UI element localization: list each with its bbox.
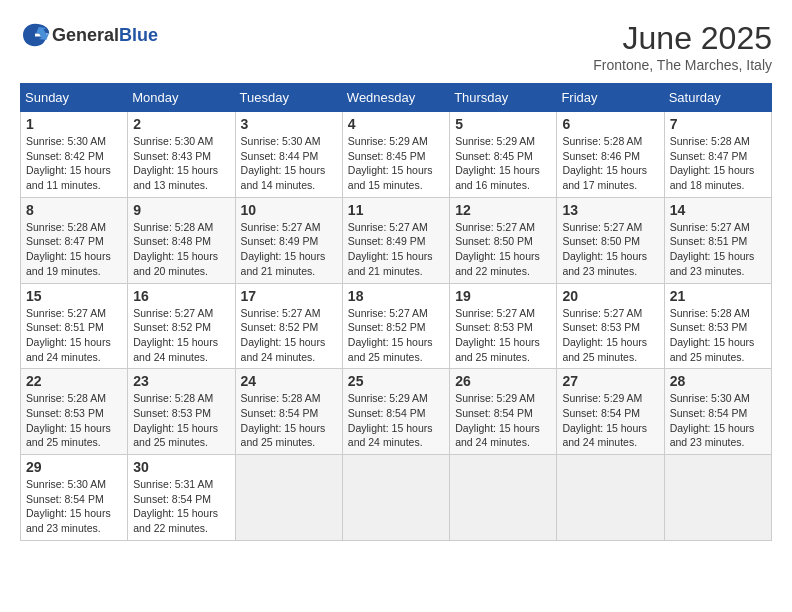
day-info-3: Sunrise: 5:30 AM Sunset: 8:44 PM Dayligh… (241, 134, 337, 193)
header-monday: Monday (128, 84, 235, 112)
day-info-4: Sunrise: 5:29 AM Sunset: 8:45 PM Dayligh… (348, 134, 444, 193)
header-tuesday: Tuesday (235, 84, 342, 112)
calendar-day-cell-w4-1: 23Sunrise: 5:28 AM Sunset: 8:53 PM Dayli… (128, 369, 235, 455)
day-number-11: 11 (348, 202, 444, 218)
calendar-day-cell-w2-6: 14Sunrise: 5:27 AM Sunset: 8:51 PM Dayli… (664, 197, 771, 283)
calendar-day-cell-w4-4: 26Sunrise: 5:29 AM Sunset: 8:54 PM Dayli… (450, 369, 557, 455)
calendar-day-cell-w3-1: 16Sunrise: 5:27 AM Sunset: 8:52 PM Dayli… (128, 283, 235, 369)
day-number-24: 24 (241, 373, 337, 389)
day-info-17: Sunrise: 5:27 AM Sunset: 8:52 PM Dayligh… (241, 306, 337, 365)
calendar-day-cell-w2-0: 8Sunrise: 5:28 AM Sunset: 8:47 PM Daylig… (21, 197, 128, 283)
day-number-18: 18 (348, 288, 444, 304)
calendar-day-cell-w4-0: 22Sunrise: 5:28 AM Sunset: 8:53 PM Dayli… (21, 369, 128, 455)
title-area: June 2025 Frontone, The Marches, Italy (593, 20, 772, 73)
calendar-day-cell-w2-2: 10Sunrise: 5:27 AM Sunset: 8:49 PM Dayli… (235, 197, 342, 283)
day-info-1: Sunrise: 5:30 AM Sunset: 8:42 PM Dayligh… (26, 134, 122, 193)
logo: GeneralBlue (20, 20, 158, 50)
day-info-5: Sunrise: 5:29 AM Sunset: 8:45 PM Dayligh… (455, 134, 551, 193)
calendar-day-cell-w4-5: 27Sunrise: 5:29 AM Sunset: 8:54 PM Dayli… (557, 369, 664, 455)
calendar-week-3: 15Sunrise: 5:27 AM Sunset: 8:51 PM Dayli… (21, 283, 772, 369)
header-thursday: Thursday (450, 84, 557, 112)
calendar-day-cell-w2-4: 12Sunrise: 5:27 AM Sunset: 8:50 PM Dayli… (450, 197, 557, 283)
day-info-29: Sunrise: 5:30 AM Sunset: 8:54 PM Dayligh… (26, 477, 122, 536)
day-info-20: Sunrise: 5:27 AM Sunset: 8:53 PM Dayligh… (562, 306, 658, 365)
calendar-day-cell-w5-6 (664, 455, 771, 541)
day-number-13: 13 (562, 202, 658, 218)
day-number-10: 10 (241, 202, 337, 218)
day-number-25: 25 (348, 373, 444, 389)
header-wednesday: Wednesday (342, 84, 449, 112)
day-number-2: 2 (133, 116, 229, 132)
day-number-19: 19 (455, 288, 551, 304)
day-info-8: Sunrise: 5:28 AM Sunset: 8:47 PM Dayligh… (26, 220, 122, 279)
day-number-15: 15 (26, 288, 122, 304)
calendar-week-5: 29Sunrise: 5:30 AM Sunset: 8:54 PM Dayli… (21, 455, 772, 541)
calendar-day-cell-w4-2: 24Sunrise: 5:28 AM Sunset: 8:54 PM Dayli… (235, 369, 342, 455)
day-info-12: Sunrise: 5:27 AM Sunset: 8:50 PM Dayligh… (455, 220, 551, 279)
day-number-21: 21 (670, 288, 766, 304)
day-info-28: Sunrise: 5:30 AM Sunset: 8:54 PM Dayligh… (670, 391, 766, 450)
calendar-day-4: 4Sunrise: 5:29 AM Sunset: 8:45 PM Daylig… (342, 112, 449, 198)
day-info-27: Sunrise: 5:29 AM Sunset: 8:54 PM Dayligh… (562, 391, 658, 450)
day-number-3: 3 (241, 116, 337, 132)
day-number-27: 27 (562, 373, 658, 389)
header-friday: Friday (557, 84, 664, 112)
calendar-day-cell-w3-6: 21Sunrise: 5:28 AM Sunset: 8:53 PM Dayli… (664, 283, 771, 369)
day-info-24: Sunrise: 5:28 AM Sunset: 8:54 PM Dayligh… (241, 391, 337, 450)
day-number-6: 6 (562, 116, 658, 132)
calendar-week-4: 22Sunrise: 5:28 AM Sunset: 8:53 PM Dayli… (21, 369, 772, 455)
calendar-day-cell-w5-0: 29Sunrise: 5:30 AM Sunset: 8:54 PM Dayli… (21, 455, 128, 541)
day-number-22: 22 (26, 373, 122, 389)
header-saturday: Saturday (664, 84, 771, 112)
location-subtitle: Frontone, The Marches, Italy (593, 57, 772, 73)
month-title: June 2025 (593, 20, 772, 57)
day-number-14: 14 (670, 202, 766, 218)
day-number-20: 20 (562, 288, 658, 304)
calendar-day-cell-w5-1: 30Sunrise: 5:31 AM Sunset: 8:54 PM Dayli… (128, 455, 235, 541)
calendar-day-cell-w3-0: 15Sunrise: 5:27 AM Sunset: 8:51 PM Dayli… (21, 283, 128, 369)
logo-text: GeneralBlue (52, 25, 158, 46)
day-info-11: Sunrise: 5:27 AM Sunset: 8:49 PM Dayligh… (348, 220, 444, 279)
day-info-30: Sunrise: 5:31 AM Sunset: 8:54 PM Dayligh… (133, 477, 229, 536)
calendar-day-cell-w3-4: 19Sunrise: 5:27 AM Sunset: 8:53 PM Dayli… (450, 283, 557, 369)
header-sunday: Sunday (21, 84, 128, 112)
calendar-day-cell-w2-1: 9Sunrise: 5:28 AM Sunset: 8:48 PM Daylig… (128, 197, 235, 283)
day-info-25: Sunrise: 5:29 AM Sunset: 8:54 PM Dayligh… (348, 391, 444, 450)
calendar-day-cell-w2-5: 13Sunrise: 5:27 AM Sunset: 8:50 PM Dayli… (557, 197, 664, 283)
day-info-13: Sunrise: 5:27 AM Sunset: 8:50 PM Dayligh… (562, 220, 658, 279)
calendar-day-1: 1Sunrise: 5:30 AM Sunset: 8:42 PM Daylig… (21, 112, 128, 198)
calendar-day-cell-w5-5 (557, 455, 664, 541)
day-info-19: Sunrise: 5:27 AM Sunset: 8:53 PM Dayligh… (455, 306, 551, 365)
calendar-week-1: 1Sunrise: 5:30 AM Sunset: 8:42 PM Daylig… (21, 112, 772, 198)
calendar-table: Sunday Monday Tuesday Wednesday Thursday… (20, 83, 772, 541)
calendar-header-row: Sunday Monday Tuesday Wednesday Thursday… (21, 84, 772, 112)
day-number-7: 7 (670, 116, 766, 132)
page-header: GeneralBlue June 2025 Frontone, The Marc… (20, 20, 772, 73)
day-number-16: 16 (133, 288, 229, 304)
calendar-day-6: 6Sunrise: 5:28 AM Sunset: 8:46 PM Daylig… (557, 112, 664, 198)
day-number-9: 9 (133, 202, 229, 218)
calendar-day-cell-w3-3: 18Sunrise: 5:27 AM Sunset: 8:52 PM Dayli… (342, 283, 449, 369)
day-info-26: Sunrise: 5:29 AM Sunset: 8:54 PM Dayligh… (455, 391, 551, 450)
day-info-10: Sunrise: 5:27 AM Sunset: 8:49 PM Dayligh… (241, 220, 337, 279)
calendar-day-cell-w5-2 (235, 455, 342, 541)
calendar-day-cell-w5-3 (342, 455, 449, 541)
calendar-day-3: 3Sunrise: 5:30 AM Sunset: 8:44 PM Daylig… (235, 112, 342, 198)
day-number-29: 29 (26, 459, 122, 475)
calendar-day-cell-w2-3: 11Sunrise: 5:27 AM Sunset: 8:49 PM Dayli… (342, 197, 449, 283)
day-number-5: 5 (455, 116, 551, 132)
day-info-16: Sunrise: 5:27 AM Sunset: 8:52 PM Dayligh… (133, 306, 229, 365)
day-number-30: 30 (133, 459, 229, 475)
day-info-22: Sunrise: 5:28 AM Sunset: 8:53 PM Dayligh… (26, 391, 122, 450)
day-number-23: 23 (133, 373, 229, 389)
day-info-14: Sunrise: 5:27 AM Sunset: 8:51 PM Dayligh… (670, 220, 766, 279)
day-number-8: 8 (26, 202, 122, 218)
day-info-7: Sunrise: 5:28 AM Sunset: 8:47 PM Dayligh… (670, 134, 766, 193)
logo-blue: Blue (119, 25, 158, 45)
day-number-12: 12 (455, 202, 551, 218)
calendar-week-2: 8Sunrise: 5:28 AM Sunset: 8:47 PM Daylig… (21, 197, 772, 283)
calendar-day-cell-w3-5: 20Sunrise: 5:27 AM Sunset: 8:53 PM Dayli… (557, 283, 664, 369)
day-info-15: Sunrise: 5:27 AM Sunset: 8:51 PM Dayligh… (26, 306, 122, 365)
logo-general: General (52, 25, 119, 45)
day-number-17: 17 (241, 288, 337, 304)
